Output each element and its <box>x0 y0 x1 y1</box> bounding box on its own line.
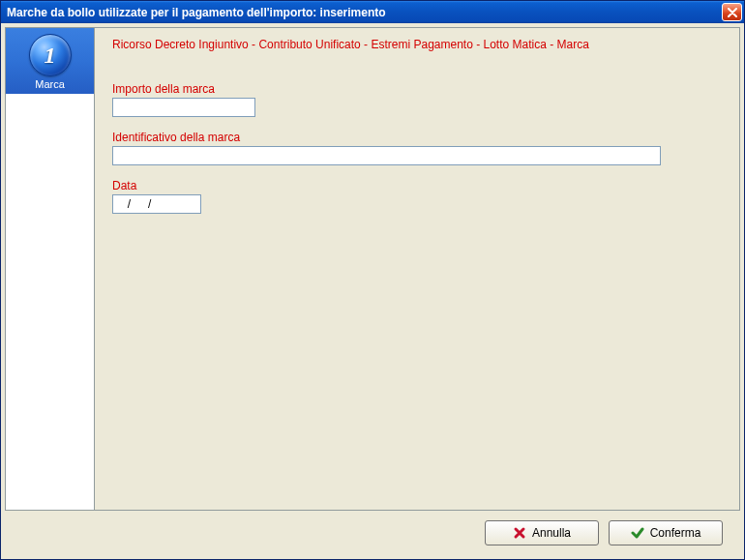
confirm-icon <box>631 526 644 540</box>
label-identificativo: Identificativo della marca <box>112 131 722 144</box>
step-badge-icon: 1 <box>29 34 72 76</box>
field-data: Data <box>112 179 722 214</box>
field-identificativo: Identificativo della marca <box>112 131 722 165</box>
window-title: Marche da bollo utilizzate per il pagame… <box>7 6 722 19</box>
step-label: Marca <box>6 78 94 90</box>
main-panel: 1 Marca Ricorso Decreto Ingiuntivo - Con… <box>5 27 740 511</box>
close-button[interactable] <box>722 3 742 21</box>
step-number: 1 <box>45 43 56 69</box>
field-importo: Importo della marca <box>112 82 722 117</box>
title-bar: Marche da bollo utilizzate per il pagame… <box>1 1 744 23</box>
form-content: Ricorso Decreto Ingiuntivo - Contributo … <box>95 28 739 510</box>
confirm-label: Conferma <box>650 526 701 540</box>
confirm-button[interactable]: Conferma <box>609 520 723 545</box>
dialog-body: 1 Marca Ricorso Decreto Ingiuntivo - Con… <box>1 23 744 559</box>
label-data: Data <box>112 179 722 192</box>
wizard-step-marca[interactable]: 1 Marca <box>6 28 94 94</box>
label-importo: Importo della marca <box>112 82 722 96</box>
breadcrumb: Ricorso Decreto Ingiuntivo - Contributo … <box>112 38 722 51</box>
dialog-footer: Annulla Conferma <box>5 511 740 555</box>
input-data[interactable] <box>112 194 201 214</box>
input-importo[interactable] <box>112 98 255 117</box>
input-identificativo[interactable] <box>112 146 661 165</box>
cancel-button[interactable]: Annulla <box>485 520 599 545</box>
cancel-label: Annulla <box>532 526 571 540</box>
wizard-sidebar: 1 Marca <box>6 28 95 510</box>
cancel-icon <box>513 526 526 540</box>
close-icon <box>728 8 737 17</box>
dialog-window: Marche da bollo utilizzate per il pagame… <box>0 0 745 560</box>
